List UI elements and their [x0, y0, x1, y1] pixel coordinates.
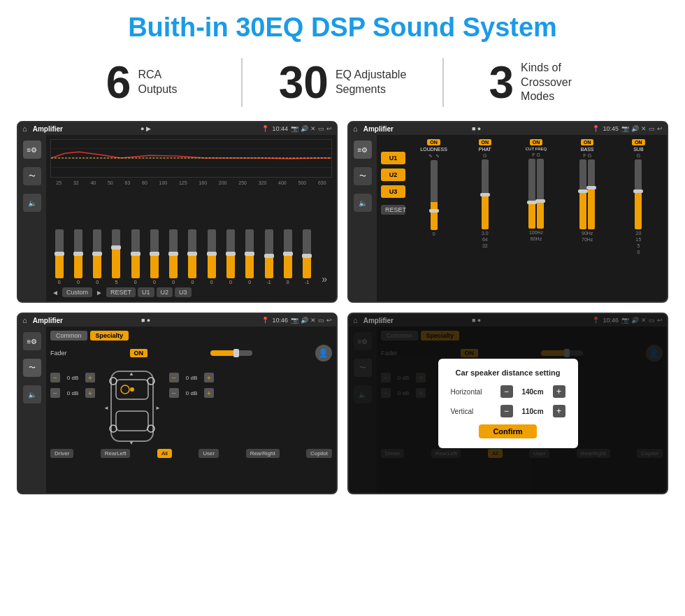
cutfreq-slider-1[interactable]: [528, 159, 535, 229]
screens-grid: ⌂ Amplifier ● ▶ 📍 10:44 📷 🔊 ✕ ▭ ↩ ≡⚙ 〜 🔈: [0, 114, 685, 501]
crossover-screen-container: ⌂ Amplifier ■ ● 📍 10:45 📷 🔊 ✕ ▭ ↩ ≡⚙ 〜 🔈: [347, 121, 668, 303]
stat-eq: 30 EQ AdjustableSegments: [243, 60, 442, 105]
eq-frequency-labels: 2532 4050 6380 100125 160200 250320 4005…: [50, 180, 332, 185]
fader-status-bar: ⌂ Amplifier ■ ● 📍 10:46 📷 🔊 ✕ ▭ ↩: [18, 314, 336, 327]
play-next-button[interactable]: ►: [94, 287, 104, 297]
db-plus-rl[interactable]: +: [85, 388, 95, 398]
bass-slider-2[interactable]: [588, 159, 595, 229]
xo-home-icon: ⌂: [353, 124, 358, 133]
svg-text:▲: ▲: [129, 371, 134, 377]
xo-icon-2[interactable]: 〜: [354, 167, 372, 185]
xo-left-panel: ≡⚙ 〜 🔈: [349, 135, 377, 301]
eq-slider-12[interactable]: [265, 229, 273, 278]
xo-icon-1[interactable]: ≡⚙: [354, 141, 372, 159]
fader-btn-rearleft[interactable]: RearLeft: [101, 449, 131, 458]
sub-slider[interactable]: [635, 159, 642, 229]
db-minus-fr[interactable]: −: [169, 373, 179, 382]
eq-icon-speaker[interactable]: 🔈: [23, 194, 41, 212]
xo-back-icon: ↩: [657, 125, 663, 132]
xo-channel-phat: ON PHAT G 3.0 64 32: [461, 139, 509, 297]
phat-slider[interactable]: [482, 159, 489, 229]
xo-camera-icon: 📷: [621, 125, 629, 132]
eq-slider-1[interactable]: [55, 229, 64, 278]
slider-col-11: 0: [245, 229, 254, 285]
xo-icon-3[interactable]: 🔈: [354, 194, 372, 212]
db-minus-rl[interactable]: −: [50, 388, 60, 398]
fader-home-icon: ⌂: [22, 316, 27, 324]
eq-slider-4[interactable]: [112, 229, 120, 278]
fader-icon-2[interactable]: 〜: [23, 359, 41, 377]
bass-slider-1[interactable]: [579, 159, 586, 229]
eq-u1-button[interactable]: U1: [138, 287, 154, 297]
fader-btn-rearright[interactable]: RearRight: [246, 449, 280, 458]
confirm-button[interactable]: Confirm: [479, 424, 536, 438]
db-plus-rr[interactable]: +: [204, 388, 214, 398]
bass-label: BASS: [581, 147, 594, 152]
xo-preset-u3[interactable]: U3: [381, 185, 405, 198]
eq-slider-11[interactable]: [245, 229, 254, 278]
eq-screen: ≡⚙ 〜 🔈: [18, 135, 336, 301]
loudness-slider[interactable]: [431, 160, 438, 230]
eq-slider-14[interactable]: [303, 229, 311, 278]
eq-slider-6[interactable]: [150, 229, 159, 278]
fader-icon-1[interactable]: ≡⚙: [23, 332, 41, 350]
fader-h-slider[interactable]: [210, 350, 252, 356]
db-control-fl: − 0 dB +: [50, 373, 95, 382]
db-plus-fr[interactable]: +: [204, 373, 214, 382]
eq-u2-button[interactable]: U2: [157, 287, 173, 297]
eq-slider-5[interactable]: [131, 229, 140, 278]
fader-tab-specialty[interactable]: Specialty: [90, 331, 129, 341]
eq-icon-active[interactable]: ≡⚙: [23, 141, 41, 159]
db-control-rl: − 0 dB +: [50, 388, 95, 398]
dialog-vertical-minus[interactable]: −: [500, 405, 513, 417]
fader-btn-user[interactable]: User: [199, 449, 219, 458]
eq-slider-9[interactable]: [208, 229, 216, 278]
play-prev-button[interactable]: ◄: [50, 287, 60, 297]
slider-col-2: 0: [74, 229, 82, 285]
eq-u3-button[interactable]: U3: [175, 287, 192, 297]
dialog-horizontal-plus[interactable]: +: [553, 385, 565, 398]
eq-slider-3[interactable]: [93, 229, 101, 278]
fader-tab-common[interactable]: Common: [50, 331, 87, 341]
eq-slider-7[interactable]: [169, 229, 178, 278]
xo-preset-u2[interactable]: U2: [381, 169, 405, 181]
dialog-horizontal-minus[interactable]: −: [500, 385, 513, 398]
xo-main: U1 U2 U3 RESET ON LOUDNESS ∿∿: [377, 135, 667, 301]
xo-channel-loudness: ON LOUDNESS ∿∿ 0: [410, 139, 458, 297]
phat-label: PHAT: [479, 147, 491, 152]
xo-status-bar: ⌂ Amplifier ■ ● 📍 10:45 📷 🔊 ✕ ▭ ↩: [349, 122, 667, 135]
db-control-rr: − 0 dB +: [169, 388, 214, 398]
fader-btn-copilot[interactable]: Copilot: [306, 449, 332, 458]
fader-icon-3[interactable]: 🔈: [23, 385, 41, 403]
eq-reset-button[interactable]: RESET: [106, 287, 136, 297]
eq-icon-wave[interactable]: 〜: [23, 167, 41, 185]
cutfreq-slider-2[interactable]: [537, 159, 544, 229]
eq-slider-2[interactable]: [74, 229, 82, 278]
left-db-controls: − 0 dB + − 0 dB +: [50, 373, 95, 398]
xo-vol-icon: 🔊: [631, 125, 639, 132]
eq-preset-custom[interactable]: Custom: [62, 287, 92, 297]
svg-text:►: ►: [155, 405, 161, 411]
svg-point-8: [130, 387, 134, 392]
xo-reset-button[interactable]: RESET: [381, 205, 405, 215]
dialog-vertical-plus[interactable]: +: [553, 405, 565, 417]
xo-status-icons: 📷 🔊 ✕ ▭ ↩: [621, 125, 663, 132]
db-plus-fl[interactable]: +: [85, 373, 95, 382]
svg-rect-6: [116, 411, 148, 431]
db-minus-rr[interactable]: −: [169, 388, 179, 398]
fader-controls: Fader ON 👤: [50, 345, 332, 361]
fader-btn-all[interactable]: All: [157, 449, 172, 458]
fader-btn-driver[interactable]: Driver: [50, 449, 73, 458]
xo-x-icon: ✕: [641, 125, 647, 132]
xo-preset-u1[interactable]: U1: [381, 152, 405, 164]
sub-on-badge: ON: [632, 139, 645, 145]
eq-slider-8[interactable]: [188, 229, 196, 278]
slider-col-13: 0: [284, 229, 292, 285]
slider-col-3: 0: [93, 229, 101, 285]
fader-left-panel: ≡⚙ 〜 🔈: [18, 327, 46, 493]
eq-slider-13[interactable]: [284, 229, 292, 278]
fader-on-toggle[interactable]: ON: [130, 349, 148, 357]
eq-slider-10[interactable]: [226, 229, 235, 278]
db-minus-fl[interactable]: −: [50, 373, 60, 382]
stat-crossover-number: 3: [489, 60, 514, 105]
